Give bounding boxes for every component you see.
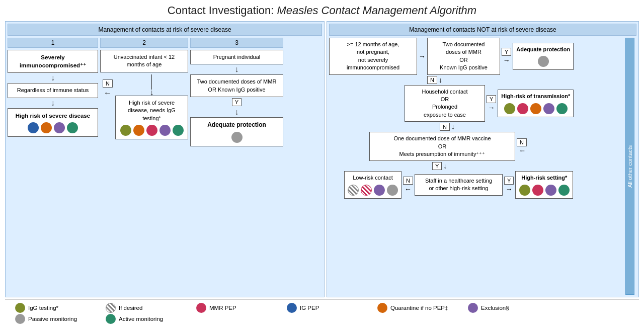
col3-circles [195,132,279,143]
legend-passive-circle [15,314,25,324]
left-panel-header: Management of contacts at risk of severe… [8,24,322,36]
circle-igg-hr [504,103,515,114]
col1-circles [12,122,94,133]
right-highrisk-box: High-risk of transmission* [498,90,574,117]
right-mmr-box: Two documented doses of MMR OR Known IgG… [427,38,500,75]
col3-mmr-box: Two documented doses of MMR OR Known IgG… [190,74,283,97]
col3-mmr-text: Two documented doses of MMR OR Known IgG… [197,78,277,92]
right-highsetting-box: High-risk setting* [515,171,573,198]
circle-igg-col2 [120,125,131,136]
right-y4: Y [504,177,514,185]
right-n2: N [440,123,450,131]
circle-mmr-hr [517,103,528,114]
circle-purple-lr [374,185,385,196]
right-staff-text: Staff in a healthcare setting or other h… [425,178,492,191]
right-y2: Y [487,95,496,103]
circle-gray-lr [387,185,398,196]
legend-q-circle [377,303,387,313]
col2-circles [120,125,184,136]
right-panel: Management of contacts NOT at risk of se… [327,21,639,297]
all-other-label: All other contacts [625,38,634,295]
right-arrow-y1: → [503,56,510,64]
legend-exc-circle [468,303,478,313]
legend-quarantine: Quarantine if no PEP‡ [377,303,458,313]
right-n3: N [517,138,527,146]
right-adequate-circles [516,56,570,67]
legend-if-desired: If desired [106,303,186,313]
legend-q-label: Quarantine if no PEP‡ [390,305,448,311]
col-2: 2 Unvaccinated infant < 12 months of age… [100,38,188,295]
legend-passive: Passive monitoring [15,314,96,324]
col3-adequate: Adequate protection [190,117,283,146]
circle-act-hr [556,103,568,114]
legend-exc-label: Exclusion§ [481,305,509,311]
right-y3: Y [432,162,442,170]
right-adequate-box: Adequate protection [513,43,574,70]
col-1: 1 Severely immunocompromised⁺⁺ ↓ Regardl… [8,38,98,295]
right-lowrisk-text: Low-risk contact [353,175,392,181]
col1-box1: Severely immunocompromised⁺⁺ [8,50,98,73]
right-arrow-n2: ↓ [451,123,455,131]
col3-box1: Pregnant individual [190,50,283,64]
legend-igg-label: IgG testing* [28,305,58,311]
circle-passive-col3 [231,132,243,143]
right-adequate-text: Adequate protection [516,46,570,52]
legend-if-desired-label: If desired [119,305,142,311]
legend-mmr-circle [196,303,206,313]
legend-striped-circle [106,303,116,313]
col2-box2: High risk of severe disease, needs IgG t… [115,96,188,139]
legend-ig-label: IG PEP [300,305,319,311]
left-columns: 1 Severely immunocompromised⁺⁺ ↓ Regardl… [8,38,322,295]
circle-active-col2 [173,125,184,136]
page-title: Contact Investigation: Measles Contact M… [5,4,639,17]
col2-n-badge: N [103,79,113,88]
right-y1: Y [502,48,511,56]
circle-teal-hs [558,185,570,196]
col3-num: 3 [190,38,283,48]
right-arrow-y3: ↓ [443,162,447,170]
right-highsetting-circles [519,185,570,196]
legend-igg: IgG testing* [15,303,96,313]
flow-area: >= 12 months of age, not pregnant, not s… [329,38,636,295]
right-row1-age-box: >= 12 months of age, not pregnant, not s… [329,38,417,75]
right-panel-header: Management of contacts NOT at risk of se… [329,24,636,36]
col2-arrow-down: ↓ [150,90,154,96]
right-mmr-text: Two documented doses of MMR OR Known IgG… [440,41,488,70]
main-content: Management of contacts at risk of severe… [5,21,639,297]
circle-q-hr [530,103,541,114]
circle-striped-lr [348,185,359,196]
circle-exclusion [54,122,65,133]
title-part1: Contact Investigation: [168,4,277,17]
col1-box3: High risk of severe disease [8,108,98,137]
col2-box1-text: Unvaccinated infant < 12 months of age [114,54,175,67]
right-lowrisk-box: Low-risk contact [344,171,401,198]
right-row1-text: >= 12 months of age, not pregnant, not s… [347,41,399,70]
col1-num: 1 [8,38,98,48]
right-arrow-n3: ↑ [518,149,526,152]
col2-box2-text: High risk of severe disease, needs IgG t… [128,100,176,121]
circle-purple-hs [545,185,556,196]
col3-arrow2: ↓ [235,107,239,117]
legend-ig-circle [287,303,297,313]
col2-num: 2 [100,38,188,48]
right-n4: N [403,177,413,185]
right-lowrisk-circles [348,185,398,196]
col1-arrow2: ↓ [51,98,55,108]
col3-arrow1: ↓ [235,64,239,74]
col1-arrow1: ↓ [51,73,55,83]
right-household-box: Household contact OR Prolonged exposure … [405,85,485,122]
legend: IgG testing* If desired MMR PEP IG PEP Q… [5,299,639,327]
legend-exclusion: Exclusion§ [468,303,548,313]
circle-olive-hs [519,185,530,196]
right-onedose-box: One documented dose of MMR vaccine OR Me… [369,132,515,161]
circle-striped-red-lr [361,185,372,196]
circle-quarantine-col2 [133,125,144,136]
circle-exc-hr [543,103,554,114]
col1-box2: Regardless of immune status [8,83,98,98]
circle-passive-right [538,56,549,67]
legend-active-label: Active monitoring [119,316,163,322]
legend-mmr-pep: MMR PEP [196,303,277,313]
circle-mmr-col2 [146,125,157,136]
left-panel: Management of contacts at risk of severe… [5,21,325,297]
right-arrow-n4: ← [405,185,412,193]
